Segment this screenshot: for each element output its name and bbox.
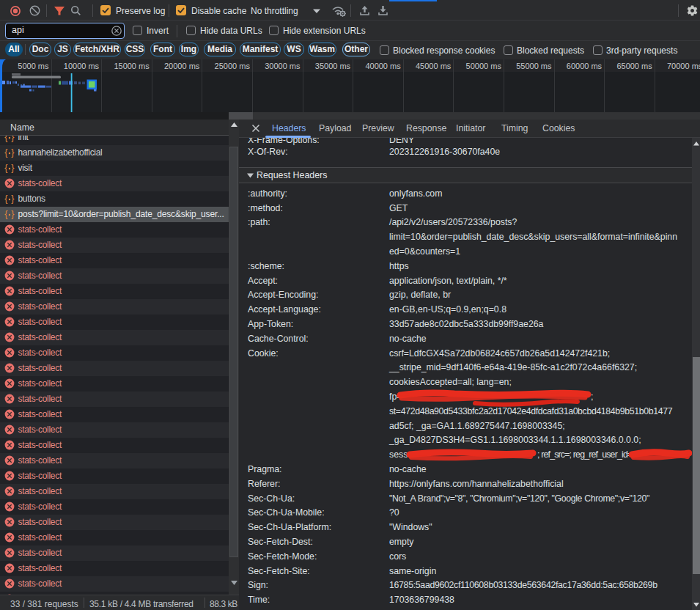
svg-text:{: { (4, 136, 7, 142)
svg-text:}: } (11, 209, 14, 219)
svg-text:}: } (11, 147, 14, 158)
svg-text:{: { (4, 147, 7, 158)
svg-text:}: } (11, 136, 14, 142)
svg-text:{: { (4, 194, 7, 204)
svg-text:{: { (4, 163, 7, 173)
svg-text:}: } (11, 163, 14, 173)
svg-text:{: { (4, 209, 7, 219)
svg-text:}: } (11, 194, 14, 204)
